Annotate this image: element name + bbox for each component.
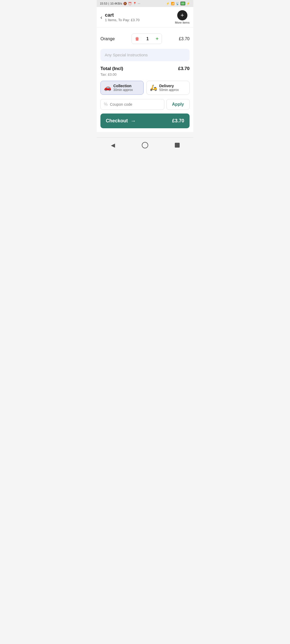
cart-content: Orange 🗑 1 + £3.70 Total (Incl) £3.70 Ta… — [97, 28, 193, 132]
collection-icon: 🚗 — [104, 84, 111, 91]
checkout-label: Checkout — [106, 118, 128, 124]
total-section: Total (Incl) £3.70 Tax: £0.00 — [100, 66, 190, 81]
bluetooth-icon: ⚡ — [166, 2, 170, 5]
checkout-button[interactable]: Checkout → £3.70 — [100, 114, 190, 128]
total-row: Total (Incl) £3.70 — [100, 66, 190, 71]
coupon-input-wrap: % — [100, 99, 164, 110]
status-left: 15:53 | 10.4KB/s 🔕 ⏰ 📍 ··· — [100, 2, 140, 5]
header-title-group: cart 1 Items, To Pay: £3.70 — [105, 12, 140, 22]
item-name: Orange — [100, 36, 115, 41]
network-speed: | — [108, 2, 109, 5]
coupon-section: % Apply — [100, 99, 190, 110]
clock-icon: ⏰ — [128, 2, 132, 5]
nav-home-button[interactable] — [141, 141, 149, 149]
more-items-label: More items — [175, 21, 190, 24]
wifi-icon: 📡 — [176, 2, 179, 5]
collection-time: 30min approx — [113, 88, 133, 92]
nav-stop-icon — [175, 143, 180, 148]
coupon-input[interactable] — [110, 102, 161, 107]
quantity-display: 1 — [143, 34, 153, 43]
header-left: ‹ cart 1 Items, To Pay: £3.70 — [100, 12, 140, 22]
nav-recents-button[interactable] — [173, 141, 181, 149]
nav-back-icon: ◀ — [111, 142, 115, 148]
special-instructions-field[interactable] — [100, 49, 190, 61]
item-price: £3.70 — [179, 36, 190, 41]
quantity-controls: 🗑 1 + — [132, 34, 162, 44]
apply-coupon-button[interactable]: Apply — [166, 99, 190, 110]
cart-summary: 1 Items, To Pay: £3.70 — [105, 18, 140, 22]
remove-item-button[interactable]: 🗑 — [132, 34, 143, 43]
add-icon: + — [177, 10, 187, 20]
nav-home-icon — [142, 142, 148, 148]
collection-option[interactable]: 🚗 Collection 30min approx — [100, 81, 144, 95]
delivery-options: 🚗 Collection 30min approx 🛵 Delivery 50m… — [100, 81, 190, 95]
special-instructions-input[interactable] — [105, 53, 185, 57]
nav-back-button[interactable]: ◀ — [109, 141, 117, 149]
checkout-label-group: Checkout → — [106, 118, 136, 124]
cart-item-row: Orange 🗑 1 + £3.70 — [100, 31, 190, 47]
delivery-title: Delivery — [159, 84, 179, 88]
charging-icon: ⚡ — [186, 2, 190, 5]
delivery-text: Delivery 50min approx — [159, 84, 179, 92]
total-amount: £3.70 — [178, 66, 190, 71]
bottom-navigation: ◀ — [97, 137, 193, 153]
tax-label: Tax: £0.00 — [100, 72, 190, 76]
network-speed-value: 10.4KB/s — [110, 2, 122, 5]
trash-icon: 🗑 — [135, 36, 139, 41]
coupon-icon: % — [104, 102, 108, 107]
checkout-price: £3.70 — [172, 118, 184, 124]
location-icon: 📍 — [133, 2, 137, 5]
status-bar: 15:53 | 10.4KB/s 🔕 ⏰ 📍 ··· ⚡ 📶 📡 63 ⚡ — [97, 0, 193, 7]
delivery-option[interactable]: 🛵 Delivery 50min approx — [146, 81, 190, 95]
more-items-button[interactable]: + More items — [175, 10, 190, 24]
time: 15:53 — [100, 2, 107, 5]
battery-indicator: 63 — [180, 2, 185, 5]
signal-icon: 📶 — [171, 2, 175, 5]
page-title: cart — [105, 12, 140, 18]
more-icon: ··· — [138, 2, 140, 5]
alarm-icon: 🔕 — [123, 2, 127, 5]
delivery-icon: 🛵 — [150, 84, 157, 91]
status-right: ⚡ 📶 📡 63 ⚡ — [166, 2, 190, 5]
total-label: Total (Incl) — [100, 66, 123, 71]
app-header: ‹ cart 1 Items, To Pay: £3.70 + More ite… — [97, 7, 193, 28]
collection-title: Collection — [113, 84, 133, 88]
increase-quantity-button[interactable]: + — [153, 34, 162, 44]
delivery-time: 50min approx — [159, 88, 179, 92]
back-button[interactable]: ‹ — [100, 14, 102, 20]
collection-text: Collection 30min approx — [113, 84, 133, 92]
arrow-right-icon: → — [130, 118, 136, 124]
